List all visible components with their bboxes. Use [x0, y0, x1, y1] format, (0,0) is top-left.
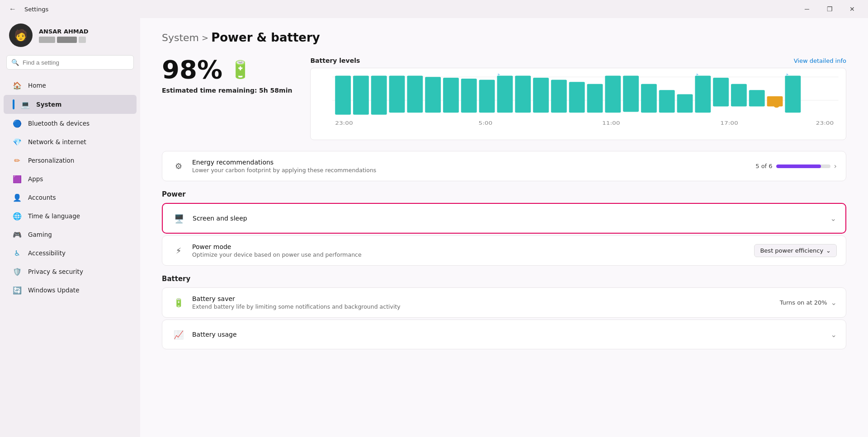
chart-title: Battery levels	[310, 57, 360, 64]
sidebar-item-accounts[interactable]: 👤 Accounts	[4, 188, 137, 207]
sidebar-item-privacy[interactable]: 🛡️ Privacy & security	[4, 263, 137, 281]
gaming-icon: 🎮	[13, 230, 22, 239]
svg-rect-23	[677, 94, 693, 113]
sidebar-item-personalization[interactable]: ✏️ Personalization	[4, 151, 137, 169]
user-badges	[39, 37, 89, 43]
screen-sleep-row[interactable]: 🖥️ Screen and sleep ⌄	[163, 204, 845, 233]
user-name: ANSAR AHMAD	[39, 28, 89, 35]
sidebar-item-label-gaming: Gaming	[28, 231, 52, 238]
sidebar-item-system[interactable]: 💻 System	[4, 95, 137, 114]
energy-icon: ⚙️	[171, 159, 186, 174]
screen-sleep-chevron-icon: ⌄	[830, 214, 836, 223]
breadcrumb-parent: System	[162, 32, 199, 43]
energy-chevron-icon: ›	[834, 162, 837, 170]
svg-rect-20	[623, 76, 639, 112]
sidebar: 🧑 ANSAR AHMAD 🔍 🏠 Home 💻	[0, 18, 140, 437]
app-title: Settings	[24, 6, 48, 13]
power-mode-dropdown[interactable]: Best power efficiency ⌄	[754, 244, 837, 257]
page-title: Power & battery	[211, 31, 320, 44]
svg-rect-25	[713, 78, 729, 107]
battery-saver-row[interactable]: 🔋 Battery saver Extend battery life by l…	[162, 288, 846, 317]
svg-rect-5	[353, 76, 369, 115]
battery-saver-value: Turns on at 20%	[780, 299, 827, 306]
sidebar-item-label-time: Time & language	[28, 212, 80, 220]
sidebar-item-accessibility[interactable]: ♿ Accessibility	[4, 244, 137, 262]
close-button[interactable]: ✕	[842, 2, 863, 16]
titlebar: ← Settings ─ ❐ ✕	[0, 0, 868, 18]
energy-recommendations-card: ⚙️ Energy recommendations Lower your car…	[162, 151, 846, 181]
svg-rect-17	[569, 82, 585, 113]
sidebar-item-time[interactable]: 🌐 Time & language	[4, 207, 137, 225]
energy-subtitle: Lower your carbon footprint by applying …	[192, 167, 749, 174]
active-indicator	[13, 99, 14, 109]
sidebar-item-apps[interactable]: 🟪 Apps	[4, 170, 137, 188]
svg-rect-10	[443, 78, 459, 113]
svg-rect-15	[533, 78, 549, 113]
power-mode-text: Power mode Optimize your device based on…	[192, 243, 748, 258]
power-mode-subtitle: Optimize your device based on power use …	[192, 251, 748, 258]
battery-time-value: 5h 58min	[259, 87, 292, 94]
badge-2	[57, 37, 77, 43]
svg-text:⚡: ⚡	[785, 74, 789, 77]
sidebar-item-label-system: System	[36, 101, 61, 108]
sidebar-item-bluetooth[interactable]: 🔵 Bluetooth & devices	[4, 114, 137, 132]
battery-usage-row[interactable]: 📈 Battery usage ⌄	[162, 320, 846, 349]
battery-saver-chevron-icon: ⌄	[831, 298, 837, 307]
svg-rect-11	[461, 79, 477, 113]
battery-usage-icon: 📈	[171, 327, 186, 342]
svg-rect-13	[497, 76, 513, 113]
search-box[interactable]: 🔍	[6, 55, 134, 70]
battery-chart: 100% 50%	[332, 74, 839, 127]
battery-usage-text: Battery usage	[192, 331, 825, 338]
power-mode-card: ⚡ Power mode Optimize your device based …	[162, 235, 846, 266]
sidebar-item-network[interactable]: 💎 Network & internet	[4, 133, 137, 151]
battery-saver-icon: 🔋	[171, 296, 186, 310]
back-button[interactable]: ←	[5, 3, 20, 15]
battery-usage-control: ⌄	[831, 330, 837, 339]
svg-rect-4	[335, 76, 351, 115]
svg-rect-22	[659, 90, 675, 113]
battery-percent-row: 98% 🔋	[162, 57, 292, 82]
network-icon: 💎	[13, 137, 22, 146]
svg-rect-12	[479, 80, 495, 113]
battery-overview: 98% 🔋 Estimated time remaining: 5h 58min…	[162, 57, 846, 140]
svg-rect-19	[605, 76, 621, 113]
sidebar-item-home[interactable]: 🏠 Home	[4, 76, 137, 94]
svg-rect-24	[695, 76, 711, 113]
battery-saver-subtitle: Extend battery life by limiting some not…	[192, 303, 774, 310]
sidebar-item-label-apps: Apps	[28, 175, 43, 183]
maximize-button[interactable]: ❐	[819, 2, 840, 16]
battery-usage-title: Battery usage	[192, 331, 825, 338]
power-mode-control: Best power efficiency ⌄	[754, 244, 837, 257]
app-body: 🧑 ANSAR AHMAD 🔍 🏠 Home 💻	[0, 18, 868, 437]
power-mode-row[interactable]: ⚡ Power mode Optimize your device based …	[162, 236, 846, 265]
user-section: 🧑 ANSAR AHMAD	[0, 18, 140, 55]
chart-link[interactable]: View detailed info	[794, 57, 846, 64]
screen-sleep-control: ⌄	[830, 214, 836, 223]
search-input[interactable]	[23, 59, 129, 66]
screen-sleep-icon: 🖥️	[172, 211, 186, 226]
energy-recommendations-row[interactable]: ⚙️ Energy recommendations Lower your car…	[162, 151, 846, 181]
svg-rect-8	[407, 76, 423, 113]
svg-text:23:00: 23:00	[816, 121, 834, 126]
screen-sleep-card: 🖥️ Screen and sleep ⌄	[162, 203, 846, 234]
svg-rect-18	[587, 84, 603, 113]
page-header: System > Power & battery	[162, 31, 846, 44]
sidebar-item-label-home: Home	[28, 82, 46, 89]
battery-section-label: Battery	[162, 275, 846, 283]
energy-progress-fill	[776, 164, 821, 168]
sidebar-item-update[interactable]: 🔄 Windows Update	[4, 281, 137, 299]
minimize-button[interactable]: ─	[797, 2, 817, 16]
sidebar-item-gaming[interactable]: 🎮 Gaming	[4, 226, 137, 244]
sidebar-item-label-accessibility: Accessibility	[28, 249, 66, 257]
battery-usage-card: 📈 Battery usage ⌄	[162, 320, 846, 349]
battery-saver-title: Battery saver	[192, 295, 774, 302]
svg-rect-14	[515, 76, 531, 113]
svg-text:⚡: ⚡	[497, 74, 501, 77]
badge-1	[39, 37, 55, 43]
sidebar-nav: 🏠 Home 💻 System 🔵 Bluetooth & devices 💎 …	[0, 76, 140, 300]
sidebar-item-label-privacy: Privacy & security	[28, 268, 83, 275]
energy-text: Energy recommendations Lower your carbon…	[192, 159, 749, 174]
battery-saver-control: Turns on at 20% ⌄	[780, 298, 837, 307]
update-icon: 🔄	[13, 286, 22, 295]
